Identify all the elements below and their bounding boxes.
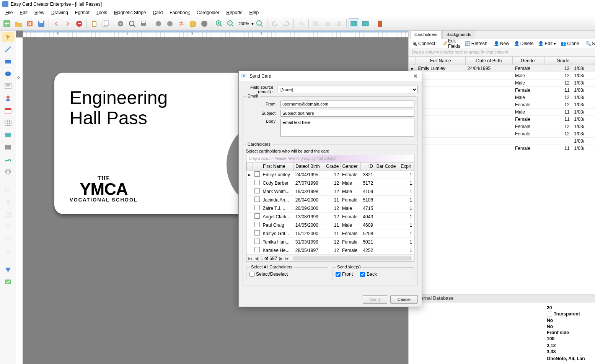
close-button[interactable]: ✕ [412,73,419,79]
subject-input[interactable] [280,110,414,117]
pager-text: 1 of 697 [261,256,277,261]
cardholders-group: Cardholders Select cardholders who will … [243,145,418,286]
pager-last-icon[interactable]: ⏭ [285,256,290,261]
pager-first-icon[interactable]: ⏮ [248,256,253,261]
table-row[interactable]: Jacinda An...28/04/200011Female51081 [247,196,414,204]
back-checkbox[interactable]: Back [360,271,377,277]
pager-prev-icon[interactable]: ◀ [255,256,258,261]
row-checkbox[interactable] [254,239,260,244]
from-input[interactable] [280,101,414,107]
select-deselect-checkbox[interactable]: Select/Deselect [249,271,288,277]
cancel-button[interactable]: Cancel [390,295,418,304]
row-checkbox[interactable] [254,230,260,236]
pager-scrollbar[interactable] [293,257,411,260]
subject-label: Subject: [246,111,280,115]
table-row[interactable]: ▸Emily Lumley24/04/199512Female38211 [247,171,414,179]
row-checkbox[interactable] [254,188,260,193]
table-row[interactable]: Karalee He...28/05/199712Female42521 [247,246,414,255]
dialog-grid[interactable]: Drag a column header here to group by th… [246,155,414,262]
from-label: From: [246,102,280,106]
pager-next-icon[interactable]: ▶ [279,256,283,261]
table-row[interactable]: Cody Barber27/07/199912Male51721 [247,179,414,187]
row-checkbox[interactable] [254,197,260,202]
table-row[interactable]: Tenika Han...31/03/199912Female50211 [247,238,414,246]
row-checkbox[interactable] [254,222,260,227]
field-source-label: Field source (email) : [243,85,277,94]
dialog-icon: 📧 [241,73,247,79]
row-checkbox[interactable] [254,247,260,252]
select-all-group: Select All Cardholders Select/Deselect [246,267,328,280]
table-row[interactable]: Zaire T.J. ...20/09/200012Male47151 [247,204,414,213]
field-source-select[interactable]: [None] [277,86,418,93]
dialog-pager[interactable]: ⏮ ◀ 1 of 697 ▶ ⏭ [246,255,414,262]
send-button[interactable]: Send [363,295,387,304]
table-row[interactable]: Mark Whitfi...19/03/199812Male41091 [247,187,414,196]
row-checkbox[interactable] [254,213,260,219]
table-row[interactable]: Angel Clark...13/08/199912Female40431 [247,213,414,221]
body-textarea[interactable]: Email text here [280,119,414,136]
send-side-group: Send side(s) Front Back [332,267,414,280]
table-row[interactable]: Kaitlyn Grif...15/12/200011Female52081 [247,229,414,238]
row-checkbox[interactable] [254,205,260,210]
email-group: Email From: Subject: Body:Email text her… [243,96,418,142]
cardholders-hint: Select cardholders who will be send the … [246,149,414,153]
dialog-title: Send Card [249,73,271,79]
dialog-titlebar[interactable]: 📧 Send Card ✕ [239,71,422,81]
front-checkbox[interactable]: Front [336,271,353,277]
body-label: Body: [246,119,280,123]
table-row[interactable]: Paul Craig14/05/200011Male46091 [247,221,414,229]
row-checkbox[interactable] [254,180,260,185]
send-card-dialog: 📧 Send Card ✕ Field source (email) : [No… [238,71,422,307]
row-checkbox[interactable] [254,171,260,177]
